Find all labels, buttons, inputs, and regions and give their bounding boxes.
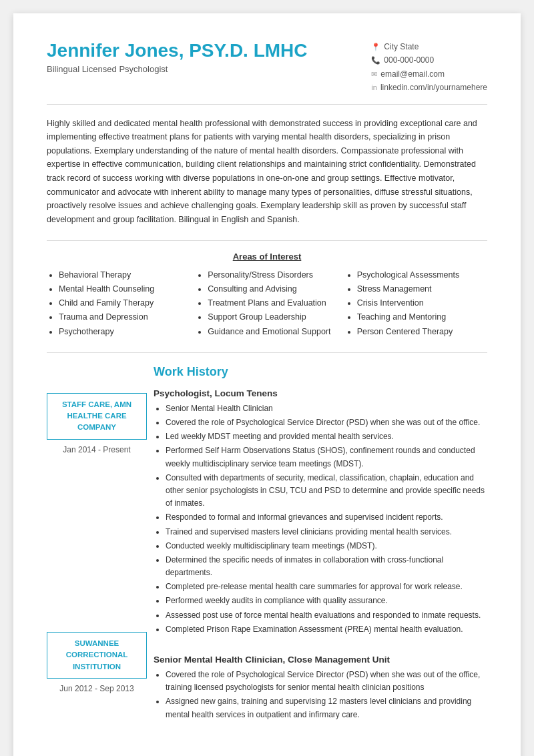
- bullet-item: Covered the role of Psychological Servic…: [166, 416, 487, 429]
- areas-col-2: Personality/Stress Disorders Consulting …: [196, 268, 338, 339]
- work-right-panel: Work History Psychologist, Locum Tenens …: [154, 365, 487, 740]
- job-block-1: Psychologist, Locum Tenens Senior Mental…: [154, 388, 487, 636]
- bullet-item: Completed Prison Rape Examination Assess…: [166, 623, 487, 636]
- contact-phone: 📞 000-000-0000: [371, 53, 487, 67]
- area-item: Stress Management: [357, 282, 487, 296]
- area-item: Consulting and Advising: [208, 282, 338, 296]
- phone-icon: 📞: [371, 54, 380, 67]
- area-item: Crisis Intervention: [357, 296, 487, 310]
- resume-page: Jennifer Jones, PSY.D. LMHC Bilingual Li…: [13, 13, 521, 756]
- area-item: Mental Health Counseling: [59, 282, 189, 296]
- bullet-item: Trained and supervised masters level cli…: [166, 526, 487, 538]
- contact-location: 📍 City State: [371, 40, 487, 53]
- area-item: Trauma and Depression: [59, 310, 189, 324]
- work-left-panel: STAFF CARE, AMN HEALTHE CARE COMPANY Jan…: [47, 365, 154, 740]
- job-title-1: Psychologist, Locum Tenens: [154, 388, 487, 398]
- job-bullets-2: Covered the role of Psychological Servic…: [154, 669, 487, 721]
- bullet-item: Responded to formal and informal grievan…: [166, 511, 487, 524]
- area-item: Child and Family Therapy: [59, 296, 189, 310]
- candidate-name: Jennifer Jones, PSY.D. LMHC: [47, 40, 308, 61]
- work-history-section: STAFF CARE, AMN HEALTHE CARE COMPANY Jan…: [47, 365, 487, 740]
- location-icon: 📍: [371, 41, 380, 53]
- bullet-item: Senior Mental Health Clinician: [166, 402, 487, 415]
- work-divider: [47, 352, 487, 353]
- area-item: Psychotherapy: [59, 325, 189, 339]
- work-section-title: Work History: [154, 365, 487, 379]
- header-contact: 📍 City State 📞 000-000-0000 ✉ email@emai…: [371, 40, 487, 95]
- areas-col-3: Psychological Assessments Stress Managem…: [345, 268, 487, 339]
- area-item: Treatment Plans and Evaluation: [208, 296, 338, 310]
- bullet-item: Assigned new gains, training and supervi…: [166, 695, 487, 721]
- bullet-item: Conducted weekly multidisciplinary team …: [166, 540, 487, 552]
- linkedin-icon: in: [371, 81, 377, 94]
- areas-col-1: Behavioral Therapy Mental Health Counsel…: [47, 268, 189, 339]
- area-item: Behavioral Therapy: [59, 268, 189, 282]
- area-item: Guidance and Emotional Support: [208, 325, 338, 339]
- area-item: Personality/Stress Disorders: [208, 268, 338, 282]
- header-left: Jennifer Jones, PSY.D. LMHC Bilingual Li…: [47, 40, 308, 74]
- job-block-2: Senior Mental Health Clinician, Close Ma…: [154, 655, 487, 721]
- bullet-item: Performed Self Harm Observations Status …: [166, 444, 487, 470]
- areas-of-interest: Areas of Interest Behavioral Therapy Men…: [47, 252, 487, 339]
- area-item: Psychological Assessments: [357, 268, 487, 282]
- area-item: Support Group Leadership: [208, 310, 338, 324]
- contact-linkedin: in linkedin.com/in/yournamehere: [371, 81, 487, 94]
- bullet-item: Covered the role of Psychological Servic…: [166, 669, 487, 694]
- bullet-item: Performed weekly audits in compliance wi…: [166, 595, 487, 607]
- bullet-item: Consulted with departments of security, …: [166, 472, 487, 510]
- bullet-item: Assessed post use of force mental health…: [166, 609, 487, 622]
- area-item: Person Centered Therapy: [357, 325, 487, 339]
- company-box-1: STAFF CARE, AMN HEALTHE CARE COMPANY: [47, 393, 147, 440]
- section-divider: [47, 240, 487, 241]
- contact-email: ✉ email@email.com: [371, 67, 487, 81]
- candidate-subtitle: Bilingual Licensed Psychologist: [47, 64, 308, 74]
- header: Jennifer Jones, PSY.D. LMHC Bilingual Li…: [47, 40, 487, 105]
- bullet-item: Completed pre-release mental health care…: [166, 581, 487, 593]
- date-range-1: Jan 2014 - Present: [47, 445, 147, 454]
- area-item: Teaching and Mentoring: [357, 310, 487, 324]
- summary-text: Highly skilled and dedicated mental heal…: [47, 117, 487, 227]
- email-icon: ✉: [371, 68, 377, 81]
- date-range-2: Jun 2012 - Sep 2013: [47, 684, 147, 693]
- company-box-2: SUWANNEE CORRECTIONAL INSTITUTION: [47, 632, 147, 679]
- company-box-2-wrapper: SUWANNEE CORRECTIONAL INSTITUTION Jun 20…: [47, 632, 147, 693]
- job-title-2: Senior Mental Health Clinician, Close Ma…: [154, 655, 487, 665]
- areas-grid: Behavioral Therapy Mental Health Counsel…: [47, 268, 487, 339]
- bullet-item: Led weekly MDST meeting and provided men…: [166, 430, 487, 443]
- areas-title: Areas of Interest: [47, 252, 487, 262]
- bullet-item: Determined the specific needs of inmates…: [166, 554, 487, 579]
- job-bullets-1: Senior Mental Health ClinicianCovered th…: [154, 402, 487, 636]
